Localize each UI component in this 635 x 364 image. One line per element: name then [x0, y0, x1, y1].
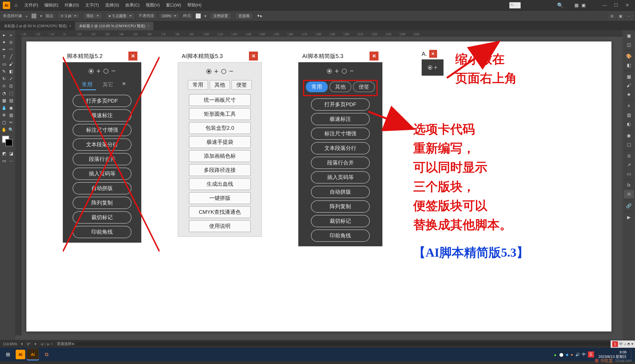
artboard-tool[interactable]: ▢: [1, 119, 8, 126]
palette-close-button[interactable]: ✕: [128, 52, 137, 61]
script-button[interactable]: 裁切标记: [311, 215, 370, 227]
screen-mode-icon[interactable]: ▭: [1, 157, 8, 164]
arrange-icon[interactable]: ▣: [581, 3, 586, 8]
canvas-area[interactable]: -30-20-100102030405060708090100110120130…: [15, 30, 623, 340]
radio-icon[interactable]: [342, 69, 347, 74]
selection-tool[interactable]: ▸: [1, 31, 8, 38]
script-button[interactable]: 阵列复制: [311, 200, 370, 213]
transparency-panel-icon[interactable]: ◐: [624, 120, 634, 128]
rectangle-tool[interactable]: ▭: [1, 61, 8, 68]
radio-icon[interactable]: [221, 69, 226, 74]
radio-icon[interactable]: [327, 69, 332, 74]
script-button[interactable]: 标注尺寸增强: [311, 127, 370, 140]
tab-common[interactable]: 常用: [78, 80, 96, 90]
menu-file[interactable]: 文件(F): [22, 3, 40, 8]
scale-tool[interactable]: ⤢: [8, 75, 15, 82]
zoom-level[interactable]: 110.65%: [3, 342, 17, 346]
script-button[interactable]: 标注尺寸增强: [73, 124, 131, 136]
fill-swatch[interactable]: [31, 13, 37, 19]
curvature-tool[interactable]: 〰: [8, 46, 15, 53]
taskbar-ai-icon[interactable]: Ai: [16, 350, 25, 359]
tab-common[interactable]: 常用: [306, 82, 328, 92]
graph-tool[interactable]: ▥: [8, 112, 15, 119]
blend-tool[interactable]: ◉: [8, 104, 15, 111]
brush-tool[interactable]: 🖌: [8, 61, 15, 68]
appearance-panel-icon[interactable]: ◉: [624, 131, 634, 140]
home-icon[interactable]: ⌂: [12, 2, 20, 8]
script-button[interactable]: 多段路径连接: [189, 164, 251, 176]
script-button[interactable]: 极速手提袋: [189, 136, 251, 148]
shaper-tool[interactable]: ✎: [1, 68, 8, 75]
opt-icon-3[interactable]: ↔: [625, 13, 632, 19]
chevron-right-icon[interactable]: »: [122, 80, 126, 90]
script-button[interactable]: 阵列复制: [73, 197, 131, 209]
radio-icon[interactable]: [89, 69, 94, 74]
menu-type[interactable]: 文字(T): [83, 3, 101, 8]
color-guide-panel-icon[interactable]: ◧: [624, 61, 634, 69]
tab-notes[interactable]: 便签: [232, 80, 252, 90]
script-button[interactable]: 统一画板尺寸: [189, 94, 251, 106]
line-tool[interactable]: ╱: [8, 53, 15, 60]
taskbar-ai-icon-active[interactable]: Ai: [27, 349, 39, 360]
workspace-icon[interactable]: ▦: [574, 3, 579, 8]
radio-icon[interactable]: [206, 69, 211, 74]
tray-ime-icon[interactable]: 中: [582, 352, 586, 357]
script-button[interactable]: 极速标注: [311, 113, 370, 125]
radio-icon[interactable]: [103, 69, 108, 74]
magic-wand-tool[interactable]: ✦: [1, 39, 8, 46]
edit-toolbar-button[interactable]: ⋯: [8, 157, 15, 164]
tab-other[interactable]: 其它: [98, 80, 118, 90]
script-button[interactable]: 印前角线: [73, 226, 131, 238]
script-button[interactable]: 一键拼版: [189, 192, 251, 204]
pen-tool[interactable]: ✒: [1, 46, 8, 53]
script-button[interactable]: 插入页码等: [73, 168, 131, 180]
start-button[interactable]: ⊞: [2, 349, 14, 360]
document-setup-button[interactable]: 文档设置: [210, 12, 232, 20]
graphic-styles-panel-icon[interactable]: ▢: [624, 140, 634, 149]
palette-close-button[interactable]: ✕: [249, 52, 258, 61]
draw-mode-icon[interactable]: ◪: [8, 150, 15, 157]
symbol-sprayer-tool[interactable]: ✲: [1, 112, 8, 119]
tab-notes[interactable]: 便签: [353, 82, 375, 92]
tab-other[interactable]: 其他: [329, 82, 351, 92]
asset-export-panel-icon[interactable]: ↗: [624, 161, 634, 169]
style-swatch[interactable]: [195, 13, 201, 19]
direct-selection-tool[interactable]: ▹: [8, 31, 15, 38]
color-panel-icon[interactable]: 🎨: [624, 52, 634, 60]
gradient-tool[interactable]: ▤: [8, 97, 15, 104]
menu-help[interactable]: 帮助(H): [185, 3, 204, 8]
close-icon[interactable]: ×: [147, 24, 149, 28]
tray-icon[interactable]: ●: [571, 353, 573, 357]
script-button[interactable]: 矩形圆角工具: [189, 108, 251, 120]
opt-icon-1[interactable]: ⊞: [609, 13, 615, 19]
script-button[interactable]: 段落行合并: [73, 153, 131, 165]
doc-tab-2[interactable]: 未标题-2 @ 110.65 % (CMYK/CPU 预览)×: [75, 22, 153, 30]
doc-tab-1[interactable]: 未标题-2.ai @ 50 % (CMYK/CPU 预览)×: [0, 22, 75, 30]
script-button[interactable]: 印前角线: [311, 229, 370, 242]
gradient-panel-icon[interactable]: ▥: [624, 111, 634, 119]
ime-tray[interactable]: 五 中 ♪ ⬘ ▾: [611, 340, 635, 348]
script-button[interactable]: 极速标注: [73, 109, 131, 122]
script-button[interactable]: 生成出血线: [189, 178, 251, 190]
script-button[interactable]: 插入页码等: [311, 171, 370, 184]
tab-other[interactable]: 其他: [210, 80, 230, 90]
opt-icon-2[interactable]: ▣: [617, 13, 624, 19]
menu-view[interactable]: 视图(V): [144, 3, 162, 8]
script-button[interactable]: 添加画稿色标: [189, 150, 251, 162]
menu-object[interactable]: 对象(O): [62, 3, 81, 8]
window-maximize-button[interactable]: ☐: [611, 2, 621, 9]
fill-mode-icon[interactable]: ◩: [1, 150, 8, 157]
type-tool[interactable]: T: [1, 53, 8, 60]
play-panel-icon[interactable]: ▶: [624, 213, 634, 221]
preferences-button[interactable]: 首选项: [235, 12, 253, 20]
taskbar-app-icon[interactable]: ⧉: [40, 349, 53, 360]
eyedropper-tool[interactable]: 💧: [1, 104, 8, 111]
script-button[interactable]: 使用说明: [189, 220, 251, 232]
tray-volume-icon[interactable]: 🔊: [575, 353, 580, 357]
script-button[interactable]: 包装盒型2.0: [189, 122, 251, 134]
rotate-view[interactable]: 0°: [27, 342, 30, 346]
close-icon[interactable]: ×: [69, 24, 71, 28]
stroke-weight-select[interactable]: ≎1 pt: [58, 13, 80, 19]
artboards-panel-icon[interactable]: ▭: [624, 170, 634, 178]
lasso-tool[interactable]: ⊙: [8, 39, 15, 46]
